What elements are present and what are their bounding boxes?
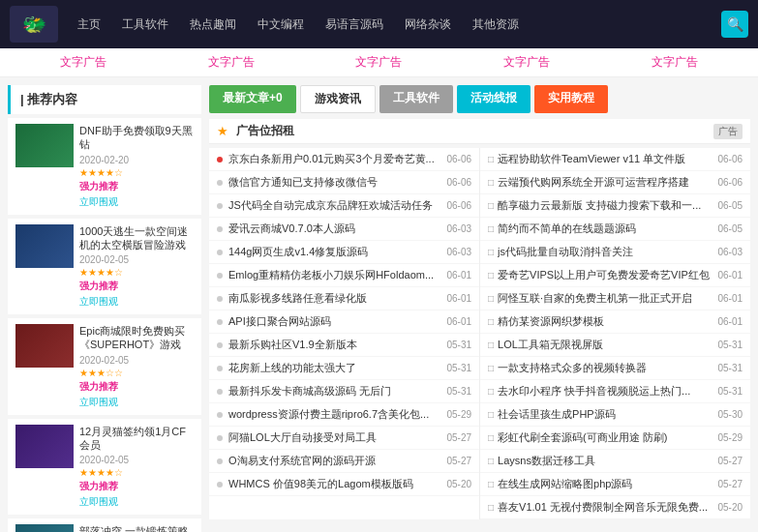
- search-button[interactable]: 🔍: [721, 11, 748, 38]
- item-dot: [217, 389, 223, 395]
- list-item[interactable]: 部落冲突 一款锻炼策略游戏 勇敢奋战游戏 2020-02-05 ★★★★☆ 强力…: [8, 518, 201, 532]
- ad-text-5[interactable]: 文字广告: [652, 54, 698, 71]
- item-title: 1000天逃生一款空间迷机的太空横版冒险游戏: [79, 224, 194, 252]
- list-item[interactable]: wordpress资源付费主题riprо6.7含美化包... 05-29: [209, 403, 479, 427]
- item-flag: □: [488, 270, 494, 281]
- list-item[interactable]: □ 社会话里孩生成PHP源码 05-30: [480, 403, 750, 427]
- nav-other[interactable]: 其他资源: [463, 13, 529, 37]
- list-item[interactable]: API接口聚合网站源码 06-01: [209, 310, 479, 334]
- main-nav: 主页 工具软件 热点趣闻 中文编程 易语言源码 网络杂谈 其他资源: [68, 13, 712, 37]
- list-item[interactable]: □ Laysns数据迁移工具 05-27: [480, 450, 750, 473]
- item-date: 06-06: [446, 154, 471, 164]
- list-item[interactable]: □ 去水印小程序 快手抖音视频脱运上热门... 05-31: [480, 380, 750, 403]
- tab-game[interactable]: 游戏资讯: [300, 85, 376, 113]
- list-item[interactable]: □ 一款支持格式众多的视频转换器 05-31: [480, 357, 750, 380]
- item-link[interactable]: 立即围观: [79, 295, 194, 309]
- list-item[interactable]: DNF助手免费领取9天黑钻 2020-02-20 ★★★★☆ 强力推荐 立即围观: [8, 118, 201, 215]
- list-item[interactable]: □ 爱奇艺VIPS以上用户可免费发爱奇艺VIP红包 06-01: [480, 264, 750, 287]
- list-item[interactable]: 12月灵猫签约领1月CF会员 2020-02-05 ★★★★☆ 强力推荐 立即围…: [8, 419, 201, 516]
- ad-tag: 广告: [713, 124, 743, 139]
- item-text: 京东白条新用户0.01元购买3个月爱奇艺黄...: [228, 152, 442, 166]
- ad-text-3[interactable]: 文字广告: [355, 54, 402, 71]
- list-item[interactable]: 花房新上线的功能太强大了 05-31: [209, 357, 479, 380]
- tab-tutorial[interactable]: 实用教程: [534, 85, 608, 113]
- ad-text-2[interactable]: 文字广告: [208, 54, 255, 71]
- list-item[interactable]: 南瓜影视多线路任意看绿化版 06-01: [209, 287, 479, 310]
- item-text: 彩虹代刷全套源码(可商业用途 防刷): [498, 430, 713, 445]
- list-item[interactable]: 最新抖乐发卡商城高级源码 无后门 05-31: [209, 380, 479, 403]
- item-date: 05-31: [717, 363, 743, 373]
- item-date: 2020-02-05: [79, 455, 194, 465]
- list-item[interactable]: 阿猫LOL大厅自动接受对局工具 05-27: [209, 427, 479, 450]
- item-date: 06-06: [717, 177, 743, 188]
- item-stars: ★★★☆☆: [79, 368, 194, 378]
- ad-section: ★ 广告位招租 广告: [209, 119, 750, 144]
- list-item[interactable]: 爱讯云商城V0.7.0本人源码 06-03: [209, 218, 479, 241]
- item-date: 05-29: [717, 432, 743, 443]
- list-item[interactable]: □ 云端预代购网系统全开源可运营程序搭建 06-06: [480, 171, 750, 194]
- item-dot: [217, 157, 223, 163]
- item-text: 微信官方通知已支持修改微信号: [228, 175, 442, 190]
- item-stars: ★★★★☆: [79, 267, 194, 278]
- item-dot: [217, 180, 223, 186]
- list-item[interactable]: 144g网页生成v1.4修复版源码 06-03: [209, 241, 479, 264]
- item-link[interactable]: 立即围观: [79, 396, 194, 409]
- item-date: 05-27: [717, 456, 743, 466]
- tab-events[interactable]: 活动线报: [457, 85, 531, 113]
- sidebar-info: 1000天逃生一款空间迷机的太空横版冒险游戏 2020-02-05 ★★★★☆ …: [79, 224, 194, 310]
- tab-latest[interactable]: 最新文章+0: [209, 85, 296, 113]
- list-item[interactable]: Epic商城限时免费购买《SUPERHOT》游戏 2020-02-05 ★★★☆…: [8, 318, 201, 415]
- list-item[interactable]: □ LOL工具箱无限视屏版 05-31: [480, 334, 750, 357]
- list-item[interactable]: O淘易支付系统官网的源码开源 05-27: [209, 450, 479, 473]
- tab-tools[interactable]: 工具软件: [379, 85, 453, 113]
- list-item[interactable]: Emlog重精精仿老板小刀娱乐网HFoldaom... 06-01: [209, 264, 479, 287]
- item-flag: □: [488, 177, 494, 188]
- list-item[interactable]: □ 酷享磁力云最新版 支持磁力搜索下载和一... 06-05: [480, 194, 750, 218]
- item-date: 05-31: [717, 340, 743, 350]
- nav-network[interactable]: 网络杂谈: [395, 13, 461, 37]
- item-flag: □: [488, 502, 494, 513]
- item-date: 05-20: [717, 502, 743, 513]
- list-item[interactable]: 微信官方通知已支持修改微信号 06-06: [209, 171, 479, 194]
- item-flag: □: [488, 386, 494, 397]
- item-flag: □: [488, 363, 494, 373]
- sidebar-info: Epic商城限时免费购买《SUPERHOT》游戏 2020-02-05 ★★★☆…: [79, 324, 194, 409]
- thumbnail: [15, 524, 74, 532]
- item-link[interactable]: 立即围观: [79, 495, 194, 509]
- list-item[interactable]: □ js代码批量自动取消抖音关注 06-03: [480, 241, 750, 264]
- nav-chinese-prog[interactable]: 中文编程: [248, 13, 314, 37]
- nav-news[interactable]: 热点趣闻: [180, 13, 246, 37]
- list-item[interactable]: □ 阿怪互联·自家的免费主机第一批正式开启 06-01: [480, 287, 750, 310]
- list-item[interactable]: □ 喜友V1.01 无视付费限制全网音乐无限免费... 05-20: [480, 496, 750, 519]
- ad-text-4[interactable]: 文字广告: [503, 54, 550, 71]
- item-date: 05-29: [446, 409, 471, 420]
- item-date: 06-01: [717, 270, 743, 281]
- list-item[interactable]: □ 彩虹代刷全套源码(可商业用途 防刷) 05-29: [480, 427, 750, 450]
- item-date: 2020-02-20: [79, 155, 194, 165]
- sidebar-title: | 推荐内容: [8, 85, 201, 114]
- list-item[interactable]: □ 在线生成网站缩略图php源码 05-27: [480, 473, 750, 496]
- nav-tools[interactable]: 工具软件: [112, 13, 178, 37]
- ad-bar: 文字广告 文字广告 文字广告 文字广告 文字广告: [0, 48, 758, 77]
- item-link[interactable]: 立即围观: [79, 195, 194, 209]
- list-item[interactable]: □ 简约而不简单的在线题题源码 06-05: [480, 218, 750, 241]
- list-item[interactable]: 京东白条新用户0.01元购买3个月爱奇艺黄... 06-06: [209, 148, 479, 171]
- item-text: 爱讯云商城V0.7.0本人源码: [228, 222, 442, 236]
- list-item[interactable]: 最新乐购社区V1.9全新版本 05-31: [209, 334, 479, 357]
- list-item[interactable]: JS代码全自动完成京东品牌狂欢城活动任务 06-06: [209, 194, 479, 218]
- list-item[interactable]: 1000天逃生一款空间迷机的太空横版冒险游戏 2020-02-05 ★★★★☆ …: [8, 219, 201, 315]
- item-text: wordpress资源付费主题riprо6.7含美化包...: [228, 407, 442, 422]
- item-date: 06-06: [717, 154, 743, 164]
- right-list: □ 远程协助软件TeamViewer v11 单文件版 06-06 □ 云端预代…: [480, 148, 750, 519]
- list-item[interactable]: □ 精仿某资源网织梦模板 06-01: [480, 310, 750, 334]
- list-item[interactable]: WHMCS 价值98美元的Lagom模板版码 05-20: [209, 473, 479, 496]
- item-text: 阿怪互联·自家的免费主机第一批正式开启: [498, 291, 713, 306]
- list-item[interactable]: □ 远程协助软件TeamViewer v11 单文件版 06-06: [480, 148, 750, 171]
- thumbnail: [15, 425, 74, 468]
- nav-home[interactable]: 主页: [68, 13, 110, 37]
- item-flag: □: [488, 154, 494, 164]
- item-text: js代码批量自动取消抖音关注: [498, 245, 713, 259]
- item-date: 05-31: [446, 340, 471, 350]
- nav-easy-lang[interactable]: 易语言源码: [316, 13, 393, 37]
- ad-text-1[interactable]: 文字广告: [60, 54, 106, 71]
